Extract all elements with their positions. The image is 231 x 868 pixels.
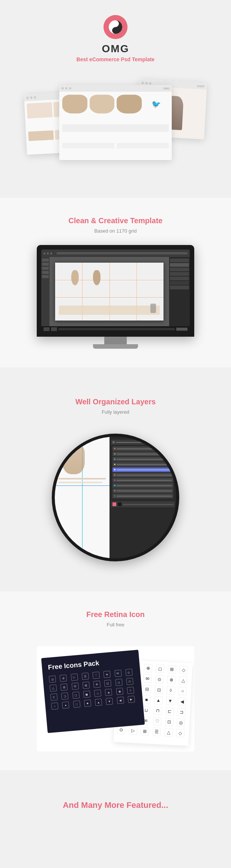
layer-panel: 100% (110, 437, 176, 510)
layer-header-text (116, 442, 165, 443)
icon-10: ⊞ (60, 684, 68, 691)
s-icon-28: ⊓ (153, 706, 162, 715)
icons-grid: ◎ ⊕ ▷ ☰ ♡ ★ ✉ ⊙ △ ⊞ ⊟ ⊠ ⊗ ⊡ ⊔ ⊓ ⊏ (49, 668, 137, 710)
clean-creative-title: Clean & Creative Template (69, 216, 163, 225)
panel-row-6 (170, 281, 189, 285)
layer-dot-10 (114, 495, 116, 497)
icons-pack-image: Free Icons Pack ◎ ⊕ ▷ ☰ ♡ ★ ✉ ⊙ △ ⊞ ⊟ ⊠ … (37, 646, 194, 752)
svg-point-1 (114, 23, 117, 25)
icon-20: ◼ (83, 691, 91, 698)
icon-16: ⊓ (126, 678, 134, 685)
layer-dot-8 (114, 485, 116, 486)
icon-24: ◊ (127, 687, 134, 694)
text-bar-1 (62, 143, 114, 148)
icon-14: ⊡ (104, 680, 112, 687)
clean-creative-subtitle: Based on 1170 grid (94, 228, 137, 234)
layer-row-9 (112, 488, 173, 493)
color-overlay-row (111, 501, 175, 507)
block-1 (27, 102, 52, 118)
s-icon-3: ⊕ (144, 664, 153, 673)
layer-dot-2 (114, 453, 116, 455)
panel-row-4 (170, 272, 189, 276)
s-icon-15: ⊟ (143, 685, 152, 694)
s-icon-39: ⊞ (141, 727, 149, 735)
s-icon-37: ⊙ (117, 726, 126, 734)
panel-row-7 (170, 286, 189, 289)
ps-dot-1 (44, 253, 45, 254)
task-time (176, 328, 188, 331)
dot-m1 (62, 87, 64, 89)
omg-label: OMG (163, 87, 170, 90)
monitor-screen (41, 250, 190, 332)
shop-label: SHOP (197, 85, 204, 88)
layer-row-1 (112, 446, 173, 451)
vase-3 (117, 95, 142, 113)
screen-main: OMG 🐦 (59, 85, 172, 160)
icon-9: △ (50, 684, 57, 692)
icon-26: ● (62, 702, 69, 709)
s-icon-11: ⊗ (167, 676, 176, 684)
canvas-vase1 (71, 270, 79, 285)
layers-line-2 (58, 482, 102, 483)
layers-right-panel: 100% (110, 437, 176, 558)
dot-m2 (65, 87, 68, 89)
dot-r1 (141, 82, 144, 84)
vase-1 (62, 95, 87, 113)
circle-frame: 100% (52, 434, 179, 561)
panel-row-3 (170, 268, 189, 271)
layer-row-10 (112, 494, 173, 498)
s-icon-12: △ (179, 676, 188, 685)
brand-name: OMG (102, 43, 129, 55)
nav-bar (62, 124, 169, 132)
layers-vase (62, 444, 85, 474)
tool-2 (42, 263, 49, 266)
color-label (123, 504, 173, 505)
icons-section: Free Retina Icon Full free Free Icons Pa… (0, 591, 231, 770)
icon-25: ○ (51, 702, 58, 710)
hero-section: OMG Best eCommerce Psd Template (0, 0, 231, 186)
ps-workspace (41, 257, 190, 326)
layer-dot-7 (114, 479, 116, 481)
panel-row-5 (170, 277, 189, 280)
layer-icon-1 (112, 441, 115, 443)
blue-guide (55, 485, 110, 486)
layer-header: 100% (111, 440, 175, 445)
icon-12: ⊠ (82, 682, 90, 689)
dot-m3 (69, 87, 71, 89)
hero-mockup: OMG 🐦 SHOP (18, 70, 213, 175)
screen-bar-main: OMG (59, 85, 172, 92)
s-icon-42: ◇ (176, 729, 185, 737)
icons-title: Free Retina Icon (86, 610, 145, 619)
layer-dot-4 (114, 464, 116, 465)
layers-subtitle: Fully layered (102, 409, 129, 415)
mockup-screens: OMG 🐦 SHOP (18, 70, 213, 175)
s-icon-10: ⊙ (155, 675, 164, 684)
panel-row-1 (170, 259, 189, 262)
s-icon-18: ○ (178, 687, 187, 696)
icon-17: ⊏ (50, 693, 58, 701)
layer-row-2 (112, 452, 173, 456)
canvas (55, 263, 164, 321)
monitor-body (37, 245, 194, 337)
circle-inner: 100% (55, 437, 176, 558)
svg-point-2 (114, 29, 117, 32)
layer-dot-9 (114, 490, 116, 491)
layers-left-panel (55, 437, 110, 558)
icon-18: ⊐ (61, 693, 69, 700)
bird-1: 🐦 (144, 95, 169, 113)
icon-27: □ (73, 700, 81, 708)
icon-2: ⊕ (60, 674, 67, 682)
tool-3 (42, 267, 49, 270)
ps-interface (41, 250, 190, 332)
icon-23: ◉ (116, 688, 123, 695)
layer-row-4 (112, 462, 173, 467)
s-icon-6: ◇ (179, 666, 188, 674)
layer-row-5 (112, 467, 173, 472)
icon-8: ⊙ (125, 669, 133, 676)
icon-31: ◀ (117, 697, 124, 704)
s-icon-40: ☰ (152, 727, 161, 736)
s-icon-30: ⊐ (177, 708, 186, 716)
layer-row-8 (112, 483, 173, 488)
icon-5: ♡ (93, 671, 100, 679)
icon-30: ▼ (106, 698, 113, 705)
